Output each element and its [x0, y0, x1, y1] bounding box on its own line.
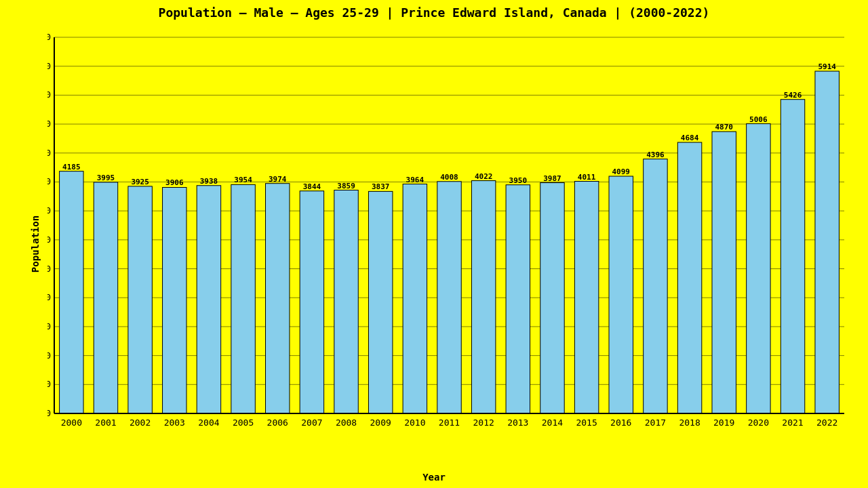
svg-text:2022: 2022	[816, 418, 837, 428]
svg-text:2008: 2008	[336, 418, 357, 428]
svg-rect-31	[94, 182, 117, 413]
svg-text:6500: 6500	[47, 32, 51, 42]
svg-text:2015: 2015	[576, 418, 597, 428]
svg-rect-46	[266, 184, 290, 413]
svg-text:5914: 5914	[818, 62, 836, 71]
svg-text:4008: 4008	[440, 173, 458, 182]
svg-text:4396: 4396	[646, 150, 665, 159]
svg-text:2003: 2003	[164, 418, 185, 428]
svg-text:5426: 5426	[784, 91, 802, 100]
svg-text:0: 0	[47, 408, 51, 418]
y-axis-label: Population	[30, 216, 41, 272]
svg-rect-82	[677, 142, 701, 413]
svg-rect-79	[644, 159, 667, 413]
svg-rect-43	[231, 184, 255, 413]
svg-text:2017: 2017	[645, 418, 666, 428]
svg-rect-28	[60, 171, 83, 413]
svg-rect-64	[471, 181, 495, 413]
svg-rect-85	[712, 131, 736, 413]
svg-rect-88	[747, 124, 770, 413]
svg-text:3837: 3837	[372, 182, 390, 191]
svg-rect-70	[540, 183, 564, 413]
svg-rect-73	[574, 182, 598, 413]
svg-rect-49	[300, 191, 323, 413]
svg-text:4684: 4684	[681, 134, 699, 142]
svg-rect-34	[128, 186, 152, 413]
svg-text:500: 500	[47, 379, 51, 389]
svg-text:2014: 2014	[542, 418, 563, 428]
svg-text:5000: 5000	[47, 119, 51, 129]
svg-rect-55	[368, 191, 392, 413]
svg-text:3859: 3859	[337, 182, 355, 190]
svg-text:1000: 1000	[47, 350, 51, 361]
svg-rect-37	[163, 187, 186, 413]
svg-rect-52	[334, 190, 358, 413]
svg-text:3500: 3500	[47, 205, 51, 216]
svg-text:2018: 2018	[679, 418, 700, 428]
svg-rect-91	[781, 100, 804, 413]
svg-text:6000: 6000	[47, 61, 51, 71]
svg-text:1500: 1500	[47, 321, 51, 331]
chart-title: Population — Male — Ages 25-29 | Prince …	[0, 0, 868, 20]
svg-text:3844: 3844	[303, 182, 321, 191]
svg-text:2000: 2000	[47, 292, 51, 302]
svg-text:2002: 2002	[130, 418, 151, 428]
svg-rect-76	[609, 176, 633, 413]
svg-text:3938: 3938	[200, 177, 218, 186]
svg-text:3000: 3000	[47, 235, 51, 245]
svg-text:2011: 2011	[439, 418, 460, 428]
svg-rect-67	[506, 185, 530, 413]
svg-text:3964: 3964	[406, 176, 425, 184]
svg-text:4000: 4000	[47, 176, 51, 186]
chart-container: Population — Male — Ages 25-29 | Prince …	[0, 0, 868, 488]
svg-text:2021: 2021	[782, 418, 803, 428]
svg-text:3925: 3925	[131, 178, 149, 186]
svg-text:4011: 4011	[578, 173, 596, 182]
svg-text:4870: 4870	[715, 123, 733, 131]
svg-text:4185: 4185	[62, 163, 81, 171]
svg-text:4500: 4500	[47, 148, 51, 158]
svg-rect-61	[437, 182, 461, 413]
bar-chart: 0500100015002000250030003500400045005000…	[47, 27, 854, 441]
svg-text:2020: 2020	[748, 418, 769, 428]
svg-text:3954: 3954	[234, 176, 252, 184]
svg-text:2009: 2009	[370, 418, 391, 428]
svg-text:4022: 4022	[475, 172, 493, 181]
svg-text:2000: 2000	[61, 418, 82, 428]
svg-text:4099: 4099	[612, 167, 631, 176]
x-axis-label: Year	[422, 472, 446, 483]
svg-text:2012: 2012	[473, 418, 494, 428]
svg-text:2001: 2001	[95, 418, 116, 428]
svg-text:2019: 2019	[713, 418, 734, 428]
svg-text:3950: 3950	[509, 176, 528, 185]
svg-text:5006: 5006	[749, 115, 768, 124]
svg-text:2500: 2500	[47, 264, 51, 274]
svg-text:5500: 5500	[47, 89, 51, 100]
svg-text:2010: 2010	[404, 418, 425, 428]
svg-text:2006: 2006	[267, 418, 288, 428]
svg-rect-58	[403, 184, 427, 413]
svg-text:2007: 2007	[301, 418, 322, 428]
svg-rect-40	[197, 186, 220, 413]
svg-text:3995: 3995	[97, 174, 115, 182]
svg-text:2005: 2005	[233, 418, 254, 428]
svg-text:3906: 3906	[165, 178, 184, 187]
svg-text:2013: 2013	[507, 418, 528, 428]
svg-text:2016: 2016	[610, 418, 631, 428]
svg-rect-94	[815, 71, 839, 413]
svg-text:3987: 3987	[543, 174, 561, 183]
svg-text:3974: 3974	[269, 175, 287, 184]
svg-text:2004: 2004	[198, 418, 219, 428]
